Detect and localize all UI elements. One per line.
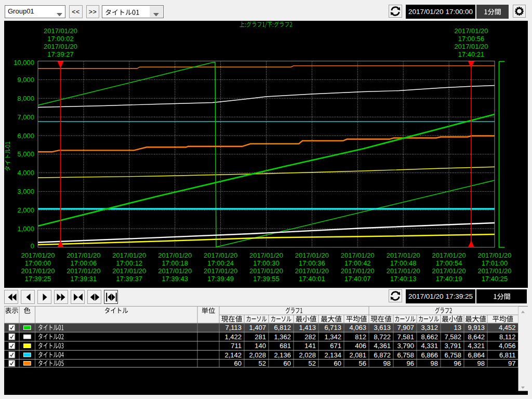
svg-text:17:39:37: 17:39:37 xyxy=(116,275,142,283)
svg-text:2017/01/20: 2017/01/20 xyxy=(21,267,55,275)
svg-text:17:00:56: 17:00:56 xyxy=(458,35,485,43)
svg-text:282: 282 xyxy=(304,333,316,341)
svg-text:17:00:30: 17:00:30 xyxy=(253,259,280,267)
svg-text:681: 681 xyxy=(280,342,291,350)
svg-text:4,331: 4,331 xyxy=(421,342,438,350)
svg-text:17:39:25: 17:39:25 xyxy=(25,275,51,283)
svg-text:2017/01/20: 2017/01/20 xyxy=(112,251,146,259)
svg-text:17:40:07: 17:40:07 xyxy=(344,275,371,283)
svg-text:6,758: 6,758 xyxy=(397,351,414,359)
svg-text:7,000: 7,000 xyxy=(17,113,34,121)
svg-text:17:00:00: 17:00:00 xyxy=(25,259,51,267)
svg-text:17:00:18: 17:00:18 xyxy=(162,259,188,267)
svg-text:8,662: 8,662 xyxy=(421,333,438,341)
svg-text:406: 406 xyxy=(355,342,366,350)
svg-text:4,063: 4,063 xyxy=(349,324,366,331)
svg-text:6,866: 6,866 xyxy=(421,351,438,359)
svg-text:140: 140 xyxy=(255,342,266,350)
svg-text:98: 98 xyxy=(383,360,391,367)
svg-text:2017/01/20: 2017/01/20 xyxy=(341,267,375,275)
svg-text:1,407: 1,407 xyxy=(249,324,266,331)
svg-text:17:40:01: 17:40:01 xyxy=(299,275,325,283)
svg-text:17:00:12: 17:00:12 xyxy=(116,259,142,267)
svg-text:6,872: 6,872 xyxy=(374,351,391,359)
svg-text:2017/01/20: 2017/01/20 xyxy=(44,43,77,50)
svg-text:2017/01/20: 2017/01/20 xyxy=(454,27,488,35)
svg-text:17:00:42: 17:00:42 xyxy=(344,259,371,267)
svg-text:17:39:31: 17:39:31 xyxy=(71,275,97,283)
svg-text:3,790: 3,790 xyxy=(397,342,414,350)
svg-text:2017/01/20: 2017/01/20 xyxy=(341,251,375,259)
svg-text:17:40:25: 17:40:25 xyxy=(482,275,508,283)
svg-text:5,000: 5,000 xyxy=(17,150,34,158)
svg-text:17:00:06: 17:00:06 xyxy=(71,259,97,267)
svg-text:2017/01/20: 2017/01/20 xyxy=(477,267,511,275)
svg-text:2,134: 2,134 xyxy=(324,351,341,359)
svg-text:13: 13 xyxy=(454,324,461,331)
svg-text:281: 281 xyxy=(255,333,266,341)
svg-text:141: 141 xyxy=(304,342,316,350)
svg-text:2017/01/20: 2017/01/20 xyxy=(477,251,511,259)
svg-text:17:40:19: 17:40:19 xyxy=(436,275,462,283)
svg-text:2017/01/20: 2017/01/20 xyxy=(295,251,329,259)
svg-text:2,028: 2,028 xyxy=(299,351,316,359)
svg-text:2017/01/20: 2017/01/20 xyxy=(432,267,466,275)
svg-text:2,081: 2,081 xyxy=(349,351,366,359)
svg-text:98: 98 xyxy=(477,360,485,367)
svg-text:3,791: 3,791 xyxy=(444,342,461,350)
svg-text:2,028: 2,028 xyxy=(249,351,266,359)
svg-text:2017/01/20: 2017/01/20 xyxy=(66,251,100,259)
svg-text:17:40:21: 17:40:21 xyxy=(458,50,485,58)
svg-text:4,452: 4,452 xyxy=(499,324,516,331)
svg-text:17:01:00: 17:01:00 xyxy=(482,259,508,267)
svg-text:2,136: 2,136 xyxy=(274,351,291,359)
svg-text:2017/01/20: 2017/01/20 xyxy=(66,267,100,275)
svg-text:17:00:48: 17:00:48 xyxy=(390,259,417,267)
svg-text:2,000: 2,000 xyxy=(17,206,34,214)
svg-text:812: 812 xyxy=(355,333,366,341)
svg-text:8,000: 8,000 xyxy=(17,95,34,102)
svg-text:98: 98 xyxy=(431,360,438,367)
svg-text:8,642: 8,642 xyxy=(468,333,485,341)
svg-text:1,413: 1,413 xyxy=(299,324,316,331)
svg-text:4,056: 4,056 xyxy=(499,342,516,350)
svg-text:1,422: 1,422 xyxy=(224,333,242,341)
svg-text:60: 60 xyxy=(334,360,341,367)
svg-text:17:00:24: 17:00:24 xyxy=(207,259,234,267)
svg-text:4,321: 4,321 xyxy=(468,342,485,350)
svg-text:3,312: 3,312 xyxy=(421,324,438,331)
svg-text:3,613: 3,613 xyxy=(374,324,391,331)
svg-text:2017/01/20: 2017/01/20 xyxy=(432,251,466,259)
svg-text:17:00:02: 17:00:02 xyxy=(47,35,74,43)
svg-text:4,361: 4,361 xyxy=(374,342,391,350)
svg-text:56: 56 xyxy=(359,360,366,367)
svg-text:9,000: 9,000 xyxy=(17,76,34,84)
svg-text:2017/01/20: 2017/01/20 xyxy=(112,267,146,275)
svg-text:17:39:55: 17:39:55 xyxy=(253,275,280,283)
svg-text:6,713: 6,713 xyxy=(324,324,341,331)
svg-text:96: 96 xyxy=(454,360,461,367)
svg-text:1,362: 1,362 xyxy=(274,333,291,341)
svg-text:52: 52 xyxy=(259,360,266,367)
svg-text:2,142: 2,142 xyxy=(224,351,242,359)
svg-text:1,000: 1,000 xyxy=(17,225,34,233)
svg-text:17:39:43: 17:39:43 xyxy=(162,275,188,283)
svg-text:8,112: 8,112 xyxy=(499,333,516,341)
svg-text:2017/01/20: 2017/01/20 xyxy=(454,43,488,50)
svg-text:2017/01/20: 2017/01/20 xyxy=(387,267,420,275)
svg-text:2017/01/20: 2017/01/20 xyxy=(158,267,192,275)
svg-text:17:00:36: 17:00:36 xyxy=(299,259,325,267)
svg-text:4,000: 4,000 xyxy=(17,169,34,177)
svg-text:7,113: 7,113 xyxy=(225,324,242,331)
svg-text:17:39:27: 17:39:27 xyxy=(47,50,74,58)
svg-text:2017/01/20: 2017/01/20 xyxy=(249,267,283,275)
svg-text:1,342: 1,342 xyxy=(324,333,341,341)
svg-text:6,811: 6,811 xyxy=(499,351,516,359)
svg-text:96: 96 xyxy=(407,360,414,367)
svg-text:6,758: 6,758 xyxy=(444,351,461,359)
svg-text:7,581: 7,581 xyxy=(397,333,414,341)
svg-text:2017/01/20: 2017/01/20 xyxy=(204,267,237,275)
svg-text:2017/01/20: 2017/01/20 xyxy=(158,251,192,259)
svg-text:7,907: 7,907 xyxy=(397,324,414,331)
svg-text:6,812: 6,812 xyxy=(274,324,291,331)
